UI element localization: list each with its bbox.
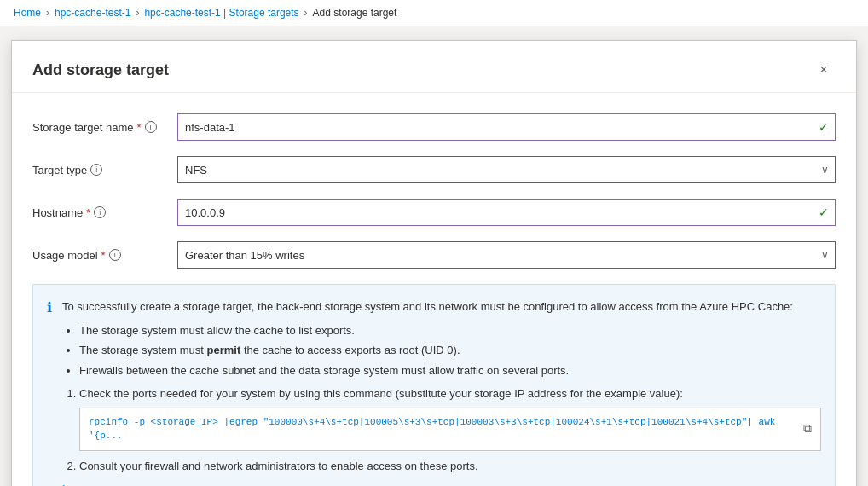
hostname-info-icon[interactable]: i (94, 206, 106, 218)
usage-model-select[interactable]: Greater than 15% writes Read heavy, infr… (177, 241, 836, 269)
info-box-step-1: Check the ports needed for your system b… (79, 385, 821, 451)
breadcrumb-sep-2: › (136, 7, 139, 19)
modal-title: Add storage target (32, 61, 169, 79)
add-storage-target-modal: Add storage target × Storage target name… (11, 40, 857, 486)
storage-target-name-row: Storage target name * i ✓ (32, 113, 836, 141)
required-star-hostname: * (86, 206, 90, 219)
breadcrumb-storage-targets[interactable]: hpc-cache-test-1 | Storage targets (144, 7, 298, 19)
info-box-bullet-1: The storage system must allow the cache … (79, 322, 821, 339)
required-star-name: * (137, 121, 142, 134)
copy-icon[interactable]: ⧉ (803, 420, 812, 438)
storage-target-name-info-icon[interactable]: i (145, 121, 157, 133)
usage-model-info-icon[interactable]: i (109, 249, 121, 261)
hostname-row: Hostname * i ✓ (32, 199, 836, 226)
info-box: ℹ To successfully create a storage targe… (32, 284, 836, 486)
target-type-dropdown-wrapper: NFS ADLS NFS Blob NFS ∨ (177, 156, 836, 183)
breadcrumb: Home › hpc-cache-test-1 › hpc-cache-test… (0, 0, 868, 26)
target-type-info-icon[interactable]: i (90, 164, 102, 176)
hostname-input[interactable] (177, 199, 836, 226)
info-box-bullet-2: The storage system must permit the cache… (79, 342, 821, 359)
info-box-numbered-list: Check the ports needed for your system b… (79, 385, 821, 474)
learn-more-link[interactable]: Learn more (62, 483, 119, 486)
storage-target-name-valid-icon: ✓ (819, 120, 829, 134)
info-box-bullet-3: Firewalls between the cache subnet and t… (79, 362, 821, 379)
usage-model-dropdown-wrapper: Greater than 15% writes Read heavy, infr… (177, 241, 836, 269)
storage-target-name-input[interactable] (177, 113, 836, 141)
target-type-row: Target type i NFS ADLS NFS Blob NFS ∨ (32, 156, 836, 183)
info-box-code-block: rpcinfo -p <storage_IP> |egrep "100000\s… (79, 408, 821, 451)
breadcrumb-home[interactable]: Home (14, 7, 41, 19)
info-box-intro: To successfully create a storage target,… (62, 300, 793, 313)
breadcrumb-current: Add storage target (313, 7, 397, 19)
info-box-content: To successfully create a storage target,… (62, 298, 821, 486)
close-button[interactable]: × (812, 58, 836, 82)
usage-model-row: Usage model * i Greater than 15% writes … (32, 241, 836, 269)
hostname-input-wrapper: ✓ (177, 199, 836, 226)
code-text: rpcinfo -p <storage_IP> |egrep "100000\s… (89, 415, 796, 443)
info-box-bullet-list: The storage system must allow the cache … (79, 322, 821, 379)
target-type-label: Target type i (32, 164, 177, 176)
storage-target-name-input-wrapper: ✓ (177, 113, 836, 141)
breadcrumb-sep-1: › (46, 7, 49, 19)
breadcrumb-sep-3: › (304, 7, 308, 19)
modal-header: Add storage target × (12, 41, 856, 93)
modal-body: Storage target name * i ✓ Target type i … (12, 93, 856, 486)
hostname-label: Hostname * i (32, 206, 177, 219)
required-star-usage: * (101, 249, 106, 262)
storage-target-name-label: Storage target name * i (32, 121, 177, 134)
info-box-step-2: Consult your firewall and network admini… (79, 458, 821, 475)
usage-model-label: Usage model * i (32, 249, 177, 262)
breadcrumb-hpc-cache[interactable]: hpc-cache-test-1 (55, 7, 130, 19)
info-box-icon: ℹ (47, 299, 52, 486)
target-type-select[interactable]: NFS ADLS NFS Blob NFS (177, 156, 836, 183)
hostname-valid-icon: ✓ (819, 205, 829, 219)
